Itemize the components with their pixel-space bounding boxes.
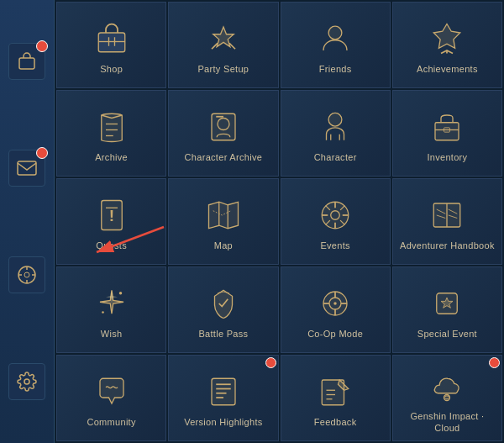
svg-point-3 [24, 272, 29, 277]
achievements-label: Achievements [417, 64, 478, 75]
battle-pass-label: Battle Pass [198, 329, 248, 340]
inventory-icon-area [425, 105, 469, 149]
coop-icon-area [313, 282, 357, 325]
handbook-item[interactable]: Adventurer Handbook [392, 178, 502, 265]
compass-sidebar-icon[interactable] [8, 256, 45, 293]
svg-point-42 [333, 302, 337, 305]
highlights-badge [265, 357, 276, 368]
sidebar [0, 0, 55, 443]
handbook-label: Adventurer Handbook [400, 240, 495, 251]
map-icon-area [202, 193, 245, 237]
battle-pass-icon-area [202, 282, 245, 325]
cloud-item[interactable]: Genshin Impact · Cloud [392, 355, 502, 441]
friends-item[interactable]: Friends [281, 2, 391, 88]
bag-sidebar-icon[interactable] [8, 43, 45, 80]
map-label: Map [214, 240, 233, 251]
inventory-item[interactable]: Inventory [392, 90, 502, 177]
character-archive-icon-area [202, 105, 245, 149]
handbook-icon-area [425, 193, 469, 237]
character-archive-item[interactable]: Character Archive [168, 90, 278, 177]
archive-label: Archive [95, 152, 128, 163]
feedback-label: Feedback [314, 417, 357, 428]
wish-item[interactable]: Wish [56, 266, 166, 353]
feedback-item[interactable]: Feedback [281, 355, 391, 441]
party-icon-area [202, 17, 245, 61]
character-item[interactable]: Character [281, 90, 391, 177]
community-icon-area [90, 370, 134, 414]
quests-label: Quests [96, 240, 127, 251]
achievements-icon-area [425, 17, 469, 61]
svg-rect-21 [435, 123, 459, 140]
cloud-icon-area [425, 364, 469, 408]
svg-rect-48 [212, 378, 235, 405]
highlights-label: Version Highlights [184, 417, 262, 428]
svg-rect-10 [98, 33, 125, 52]
shop-icon-area [90, 17, 134, 61]
friends-label: Friends [319, 64, 352, 75]
shop-label: Shop [100, 64, 123, 75]
inventory-label: Inventory [427, 152, 467, 163]
special-event-item[interactable]: Special Event [392, 266, 502, 353]
wish-label: Wish [101, 329, 123, 340]
character-icon-area [313, 105, 357, 149]
events-icon-area [313, 193, 357, 237]
highlights-item[interactable]: Version Highlights [168, 355, 278, 441]
coop-item[interactable]: Co-Op Mode [281, 266, 391, 353]
svg-point-38 [118, 292, 122, 295]
svg-point-8 [24, 379, 29, 384]
achievements-item[interactable]: Achievements [392, 2, 502, 88]
bag-badge [36, 40, 48, 52]
mail-sidebar-icon[interactable] [8, 150, 45, 187]
quests-icon-area: ! [90, 193, 134, 237]
battle-pass-item[interactable]: Battle Pass [168, 266, 278, 353]
events-label: Events [320, 240, 349, 251]
svg-rect-1 [18, 161, 36, 175]
special-event-icon-area [425, 282, 469, 325]
coop-label: Co-Op Mode [307, 329, 363, 340]
cloud-label: Genshin Impact · Cloud [396, 411, 498, 433]
community-label: Community [87, 417, 135, 428]
svg-point-12 [328, 26, 342, 40]
wish-icon-area [90, 282, 134, 325]
friends-icon-area [313, 17, 357, 61]
party-setup-item[interactable]: Party Setup [168, 2, 278, 88]
highlights-icon-area [202, 370, 245, 414]
map-item[interactable]: Map [168, 178, 278, 265]
feedback-icon-area [313, 370, 357, 414]
svg-point-39 [102, 311, 104, 314]
settings-sidebar-icon[interactable] [8, 363, 45, 400]
archive-item[interactable]: Archive [56, 90, 166, 177]
cloud-badge [489, 357, 500, 368]
community-item[interactable]: Community [56, 355, 166, 441]
character-label: Character [314, 152, 357, 163]
mail-badge [36, 147, 48, 159]
archive-icon-area [90, 105, 134, 149]
events-item[interactable]: Events [281, 178, 391, 265]
svg-rect-0 [19, 58, 34, 69]
character-archive-label: Character Archive [185, 152, 263, 163]
quests-item[interactable]: ! Quests [56, 178, 166, 265]
svg-point-20 [328, 113, 342, 126]
special-event-label: Special Event [417, 329, 477, 340]
svg-text:!: ! [108, 207, 113, 224]
party-setup-label: Party Setup [197, 64, 249, 75]
shop-item[interactable]: Shop [56, 2, 166, 88]
main-grid: Shop Party Setup Friends Achieve [55, 0, 504, 443]
